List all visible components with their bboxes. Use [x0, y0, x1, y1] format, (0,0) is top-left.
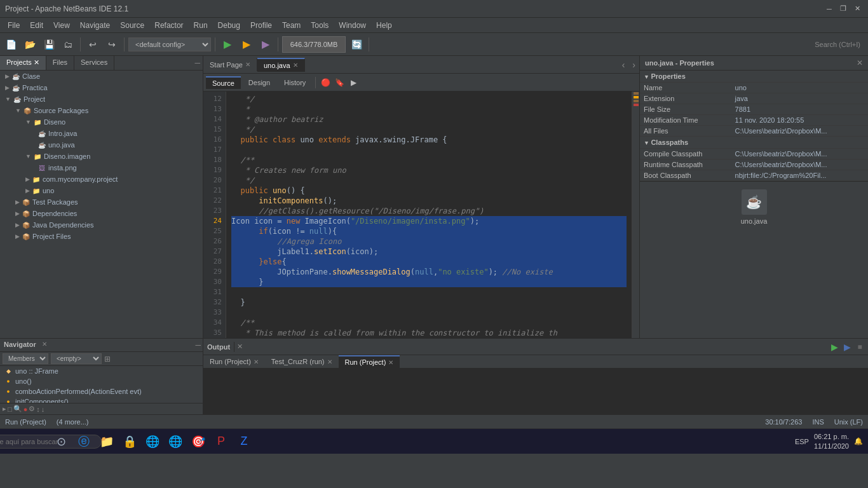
nav-tool-7[interactable]: ↓: [41, 405, 45, 413]
filter-icon[interactable]: ⊞: [104, 355, 111, 363]
tab-design[interactable]: Design: [242, 77, 276, 88]
tree-item-java-dependencies[interactable]: ▶ 📦 Java Dependencies: [0, 219, 203, 231]
config-dropdown[interactable]: <default config>: [128, 37, 211, 51]
menu-source[interactable]: Source: [115, 20, 149, 31]
save-all-button[interactable]: 🗂: [60, 36, 76, 53]
run-to-cursor-btn[interactable]: ▶: [347, 76, 360, 89]
tree-item-intro-java[interactable]: ☕ Intro.java: [0, 128, 203, 139]
maximize-button[interactable]: ❐: [837, 4, 849, 14]
toggle-bookmark-btn[interactable]: 🔖: [333, 76, 346, 89]
menu-edit[interactable]: Edit: [25, 20, 48, 31]
menu-help[interactable]: Help: [371, 20, 397, 31]
tree-item-dependencies[interactable]: ▶ 📦 Dependencies: [0, 208, 203, 219]
taskbar-app2[interactable]: 🎯: [188, 431, 208, 452]
close-uno-java[interactable]: ✕: [293, 62, 298, 69]
gutter-mark-3: [634, 100, 639, 102]
tab-projects[interactable]: Projects ✕: [0, 56, 46, 70]
classpaths-section[interactable]: Classpaths: [640, 137, 868, 149]
save-button[interactable]: 💾: [41, 36, 57, 53]
run-project-tab-1[interactable]: Run (Project) ✕: [203, 355, 265, 368]
new-file-button[interactable]: 📄: [3, 36, 19, 53]
member-uno-constructor[interactable]: ● uno(): [0, 376, 203, 386]
taskbar-explorer[interactable]: 📁: [97, 431, 117, 452]
tree-item-source-packages[interactable]: ▼ 📦 Source Packages: [0, 105, 203, 116]
close-button[interactable]: ✕: [851, 4, 863, 14]
close-start-page[interactable]: ✕: [245, 61, 250, 68]
scroll-tabs-right[interactable]: ›: [628, 60, 639, 70]
taskbar-cortana[interactable]: ⊙: [51, 431, 71, 452]
menu-debug[interactable]: Debug: [213, 20, 245, 31]
run-output-btn2[interactable]: ▶: [841, 341, 853, 353]
tree-item-com-mycompany[interactable]: ▶ 📁 com.mycompany.project: [0, 173, 203, 185]
tree-item-project[interactable]: ▼ ☕ Project: [0, 93, 203, 105]
members-filter-dropdown[interactable]: Members: [3, 353, 48, 364]
run-button[interactable]: ▶: [219, 36, 236, 53]
tree-item-test-packages[interactable]: ▶ 📦 Test Packages: [0, 196, 203, 208]
open-button[interactable]: 📂: [22, 36, 38, 53]
menu-profile[interactable]: Profile: [245, 20, 277, 31]
tab-services[interactable]: Services: [74, 56, 114, 70]
nav-tool-3[interactable]: 🔍: [13, 405, 22, 413]
menu-tools[interactable]: Tools: [306, 20, 334, 31]
gc-button[interactable]: 🔄: [348, 36, 365, 53]
taskbar-security[interactable]: 🔒: [119, 431, 140, 452]
panel-minimize[interactable]: ─: [192, 56, 203, 70]
member-init-components[interactable]: ● initComponents(): [0, 396, 203, 403]
toggle-breakpoint-btn[interactable]: 🔴: [319, 76, 332, 89]
tree-item-uno-java[interactable]: ☕ uno.java: [0, 139, 203, 151]
code-content[interactable]: */ * * @author beatriz */ public class u…: [226, 92, 632, 338]
taskbar-notification[interactable]: 🔔: [854, 437, 863, 445]
profile-button[interactable]: ▶: [257, 36, 274, 53]
taskbar-edge[interactable]: ⓔ: [74, 431, 94, 452]
nav-tool-1[interactable]: ▸: [3, 405, 6, 413]
test-cruzr-tab[interactable]: Test_CruzR (run) ✕: [265, 355, 339, 368]
tab-files[interactable]: Files: [46, 56, 74, 70]
tree-item-diseno[interactable]: ▼ 📁 Diseno: [0, 116, 203, 128]
tree-item-insta-png[interactable]: 🖼 insta.png: [0, 162, 203, 173]
nav-tool-2[interactable]: □: [8, 405, 12, 413]
tree-item-practica[interactable]: ▶ ☕ Practica: [0, 82, 203, 93]
close-run-1[interactable]: ✕: [254, 358, 259, 365]
tree-item-uno[interactable]: ▶ 📁 uno: [0, 185, 203, 196]
run-project-tab-2[interactable]: Run (Project) ✕: [339, 355, 400, 368]
close-navigator[interactable]: ✕: [40, 339, 49, 351]
empty-filter-dropdown[interactable]: <empty>: [51, 353, 102, 364]
menu-team[interactable]: Team: [277, 20, 306, 31]
close-test-cruzr[interactable]: ✕: [327, 358, 332, 365]
menu-file[interactable]: File: [3, 20, 25, 31]
nav-tool-6[interactable]: ↕: [36, 405, 40, 413]
taskbar-powerpoint[interactable]: P: [211, 431, 231, 452]
taskbar-chrome[interactable]: 🌐: [142, 431, 163, 452]
stop-output-btn[interactable]: ■: [854, 341, 865, 353]
tree-item-project-files[interactable]: ▶ 📦 Project Files: [0, 231, 203, 242]
navigator-minimize[interactable]: ─: [193, 339, 203, 351]
member-uno-class[interactable]: ◆ uno :: JFrame: [0, 366, 203, 376]
tab-source[interactable]: Source: [206, 76, 241, 89]
properties-section[interactable]: Properties: [640, 71, 868, 83]
debug-button[interactable]: ▶: [238, 36, 255, 53]
member-combo-action[interactable]: ● comboActionPerformed(ActionEvent evt): [0, 386, 203, 396]
undo-button[interactable]: ↩: [85, 36, 101, 53]
memory-badge[interactable]: 646.3/778.0MB: [282, 36, 346, 53]
run-output-btn[interactable]: ▶: [829, 341, 840, 353]
menu-navigate[interactable]: Navigate: [75, 20, 115, 31]
tree-item-clase[interactable]: ▶ ☕ Clase: [0, 71, 203, 82]
taskbar-app1[interactable]: 🌐: [165, 431, 186, 452]
nav-tool-5[interactable]: ⚙: [29, 405, 35, 413]
tree-item-diseno-imagen[interactable]: ▼ 📁 Diseno.imagen: [0, 151, 203, 162]
menu-view[interactable]: View: [48, 20, 75, 31]
tab-start-page[interactable]: Start Page ✕: [203, 58, 257, 71]
menu-refactor[interactable]: Refactor: [149, 20, 188, 31]
redo-button[interactable]: ↪: [104, 36, 120, 53]
close-run-2[interactable]: ✕: [388, 359, 393, 366]
menu-run[interactable]: Run: [189, 20, 213, 31]
taskbar-zoom[interactable]: Z: [234, 431, 254, 452]
close-output[interactable]: ✕: [234, 341, 245, 352]
scroll-tabs-left[interactable]: ‹: [618, 60, 629, 70]
menu-window[interactable]: Window: [334, 20, 371, 31]
close-properties[interactable]: ✕: [857, 58, 863, 67]
minimize-button[interactable]: ─: [824, 4, 835, 14]
nav-tool-4[interactable]: ●: [24, 405, 28, 413]
tab-history[interactable]: History: [278, 77, 312, 88]
tab-uno-java[interactable]: uno.java ✕: [257, 58, 305, 72]
